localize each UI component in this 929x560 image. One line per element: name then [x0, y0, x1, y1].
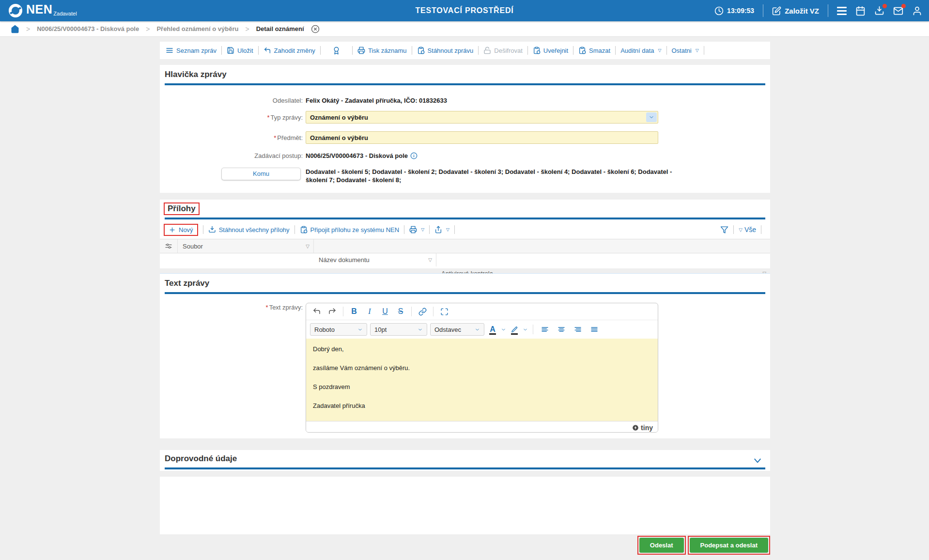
filter-icon[interactable] — [720, 226, 728, 234]
rich-text-editor[interactable]: B I U S Roboto 10pt Odstavec — [306, 303, 658, 433]
printer-icon — [357, 47, 365, 54]
current-time: 13:09:53 — [727, 7, 754, 15]
subject-input[interactable]: Oznámení o výběru — [306, 131, 658, 144]
link-button[interactable] — [416, 305, 429, 318]
clock-icon — [714, 6, 724, 16]
logo-text: NEN — [26, 3, 52, 16]
breadcrumb-item-overview[interactable]: Přehled oznámení o výběru — [156, 25, 238, 32]
undo-button[interactable] — [310, 305, 324, 318]
section-underline — [165, 218, 765, 219]
attach-from-nen-button[interactable]: Připojit přílohu ze systému NEN — [300, 226, 400, 233]
align-right-button[interactable] — [571, 323, 585, 336]
message-type-select[interactable]: Oznámení o výběru — [306, 111, 658, 124]
audit-data-label: Auditní data — [620, 47, 654, 54]
align-right-icon — [574, 326, 582, 333]
download-all-attachments-button[interactable]: Stáhnout všechny přílohy — [208, 226, 290, 233]
column-header-nazev[interactable]: Název dokumentu ▽ — [314, 253, 436, 266]
select-chevron-button[interactable] — [646, 112, 657, 122]
editor-line: S pozdravem — [313, 383, 651, 390]
create-vz-button[interactable]: Založit VZ — [772, 6, 819, 16]
discard-changes-button[interactable]: Zahodit změny — [263, 47, 315, 54]
highlight-color-button[interactable] — [509, 323, 520, 336]
message-toolbar: Seznam zpráv Uložit Zahodit změny Tisk z… — [160, 42, 770, 59]
send-button[interactable]: Odeslat — [639, 538, 684, 553]
save-label: Uložit — [237, 47, 253, 54]
align-justify-button[interactable] — [588, 323, 601, 336]
menu-icon[interactable] — [837, 7, 847, 15]
message-list-button[interactable]: Seznam zpráv — [166, 47, 217, 54]
editor-line: Dobrý den, — [313, 345, 651, 353]
clipboard-download-icon — [417, 47, 425, 54]
font-size-select[interactable]: 10pt — [370, 323, 427, 336]
downloads-button[interactable] — [874, 6, 884, 16]
bold-button[interactable]: B — [347, 305, 361, 318]
delete-button[interactable]: Smazat — [578, 47, 610, 54]
divider — [221, 46, 222, 55]
print-record-label: Tisk záznamu — [368, 47, 407, 54]
fullscreen-button[interactable] — [437, 305, 451, 318]
new-attachment-label: Nový — [179, 226, 193, 233]
seal-button[interactable] — [325, 47, 347, 55]
close-tab-icon[interactable] — [311, 25, 320, 33]
filter-all-button[interactable]: Vše — [744, 226, 756, 233]
export-dropdown[interactable]: ▽ — [434, 226, 449, 233]
chevron-down-icon[interactable] — [523, 327, 528, 332]
link-icon — [418, 308, 427, 316]
breadcrumb-item-procedure[interactable]: N006/25/V00004673 - Disková pole — [37, 25, 139, 32]
chevron-down-icon — [475, 327, 480, 332]
download-icon — [208, 226, 216, 233]
recipients-button[interactable]: Komu — [221, 168, 301, 180]
info-icon[interactable] — [410, 152, 418, 159]
chevron-down-icon[interactable] — [501, 327, 506, 332]
column-header-soubor[interactable]: Soubor ▽ — [178, 239, 314, 253]
save-button[interactable]: Uložit — [227, 47, 253, 54]
sender-label: Odesílatel: — [160, 97, 303, 104]
block-format-select[interactable]: Odstavec — [430, 323, 484, 336]
text-color-button[interactable]: A — [487, 323, 498, 336]
print-dropdown[interactable]: ▽ — [409, 226, 424, 233]
messages-button[interactable] — [893, 6, 903, 16]
print-record-button[interactable]: Tisk záznamu — [357, 47, 407, 54]
column-filter-icon[interactable]: ▽ — [306, 244, 310, 249]
align-left-button[interactable] — [538, 323, 552, 336]
align-center-button[interactable] — [555, 323, 568, 336]
new-attachment-button[interactable]: Nový — [169, 226, 193, 233]
sign-and-send-button[interactable]: Podepsat a odeslat — [690, 538, 768, 553]
underline-button[interactable]: U — [378, 305, 392, 318]
font-family-select[interactable]: Roboto — [310, 323, 367, 336]
highlight-color-bar — [511, 333, 518, 335]
calendar-icon[interactable] — [855, 6, 866, 16]
attach-from-nen-label: Připojit přílohu ze systému NEN — [310, 226, 400, 233]
clipboard-publish-icon — [533, 47, 541, 54]
home-icon[interactable] — [11, 25, 19, 33]
section-title-additional: Doprovodné údaje — [165, 454, 237, 464]
attachments-toolbar: Nový Stáhnout všechny přílohy Připojit p… — [164, 222, 766, 237]
italic-button[interactable]: I — [363, 305, 376, 318]
editor-content[interactable]: Dobrý den, zasíláme Vám oznámení o výběr… — [306, 339, 658, 421]
message-text-section: Text zprávy *Text zprávy: B I U S — [160, 274, 770, 438]
user-icon[interactable] — [912, 6, 922, 16]
download-message-button[interactable]: Stáhnout zprávu — [417, 47, 474, 54]
audit-data-dropdown[interactable]: Auditní data ▽ — [620, 47, 661, 54]
divider — [573, 46, 573, 55]
column-filter-icon[interactable]: ▽ — [428, 257, 432, 263]
collapse-section-button[interactable] — [753, 456, 762, 467]
seal-icon — [332, 47, 341, 55]
redo-button[interactable] — [325, 305, 339, 318]
column-settings-button[interactable] — [160, 239, 178, 253]
divider — [343, 307, 343, 316]
editor-footer: tiny — [306, 421, 658, 433]
nen-logo[interactable]: NEN Zadavatel — [8, 3, 77, 18]
divider — [411, 307, 412, 316]
divider — [203, 225, 203, 234]
procedure-value: N006/25/V00004673 - Disková pole — [306, 152, 408, 159]
tiny-logo-icon — [632, 424, 639, 431]
section-title-text: Text zprávy — [165, 279, 209, 288]
publish-button[interactable]: Uveřejnit — [533, 47, 568, 54]
other-dropdown[interactable]: Ostatni ▽ — [672, 47, 699, 54]
align-center-icon — [557, 326, 565, 333]
section-title-header: Hlavička zprávy — [165, 70, 227, 79]
strikethrough-button[interactable]: S — [394, 305, 407, 318]
font-size-value: 10pt — [374, 326, 387, 333]
breadcrumb-item-detail: Detail oznámení — [256, 25, 304, 32]
